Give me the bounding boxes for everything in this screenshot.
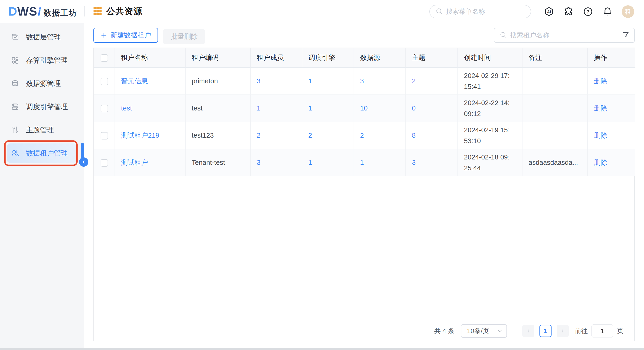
batch-delete-label: 批量删除	[170, 32, 198, 41]
tenant-search-box[interactable]	[494, 28, 635, 43]
tenant-name-link[interactable]: 测试租户	[121, 159, 148, 166]
main-content: 新建数据租户 批量删除	[84, 23, 644, 350]
delete-link[interactable]: 删除	[594, 104, 607, 112]
sidebar-item-6[interactable]: 数据租户管理	[7, 143, 76, 163]
sidebar-item-label: 调度引擎管理	[26, 102, 68, 112]
sidebar-item-3[interactable]: 数据源管理	[0, 72, 84, 95]
sidebar-item-label: 存算引擎管理	[26, 56, 68, 65]
goto-page: 前往 页	[575, 325, 624, 338]
sidebar-collapse-button[interactable]	[79, 157, 88, 167]
datasources-count-link[interactable]: 10	[360, 104, 368, 112]
engines-count-link[interactable]: 2	[308, 132, 312, 139]
datasources-count-link[interactable]: 2	[360, 132, 364, 139]
delete-link[interactable]: 删除	[594, 132, 607, 139]
members-count-link[interactable]: 3	[257, 77, 260, 85]
tenant-name-link[interactable]: 普元信息	[121, 77, 148, 85]
app-module[interactable]: 公共资源	[92, 5, 143, 17]
datasources-count-link[interactable]: 1	[360, 159, 364, 166]
datasources-count-link[interactable]: 3	[360, 77, 364, 85]
row-checkbox[interactable]	[100, 132, 108, 139]
page-size-value: 10条/页	[467, 327, 489, 335]
top-header: D WS i 数据工坊 公共资源	[0, 0, 644, 23]
goto-page-input[interactable]	[592, 325, 613, 338]
row-checkbox[interactable]	[100, 78, 108, 85]
help-icon[interactable]: ?	[583, 6, 593, 17]
users-icon	[11, 149, 20, 158]
plugin-icon[interactable]	[563, 6, 574, 17]
column-header: 租户名称	[115, 48, 186, 67]
select-all-checkbox[interactable]	[100, 54, 108, 62]
members-count-link[interactable]: 3	[257, 159, 260, 166]
created-time-cell: 2024-02-18 09:25:44	[458, 149, 522, 176]
column-header: 数据源	[354, 48, 406, 67]
column-header: 备注	[522, 48, 588, 67]
topics-count-link[interactable]: 0	[412, 104, 416, 112]
delete-link[interactable]: 删除	[594, 159, 607, 166]
tenant-table-body: 普元信息primeton31322024-02-29 17:15:41删除tes…	[94, 67, 636, 176]
row-checkbox[interactable]	[100, 159, 108, 167]
header-divider	[84, 6, 84, 16]
tenant-name-link[interactable]: test	[121, 104, 132, 112]
tenant-code-cell: test	[186, 95, 250, 122]
total-count: 共 4 条	[434, 327, 454, 335]
engines-count-link[interactable]: 1	[308, 159, 312, 166]
menu-search-box[interactable]	[429, 5, 531, 18]
menu-search-input[interactable]	[446, 8, 528, 15]
prev-page-button[interactable]	[522, 325, 534, 337]
batch-delete-button[interactable]: 批量删除	[163, 29, 205, 44]
sidebar-item-4[interactable]: 调度引擎管理	[0, 95, 84, 118]
pagination-bar: 共 4 条 10条/页 1	[94, 321, 634, 341]
toolbar: 新建数据租户 批量删除	[94, 28, 635, 43]
create-tenant-button[interactable]: 新建数据租户	[94, 28, 158, 43]
sidebar-item-5[interactable]: 主题管理	[0, 118, 84, 142]
sidebar-item-2[interactable]: 存算引擎管理	[0, 49, 84, 72]
topics-count-link[interactable]: 3	[412, 159, 416, 166]
app-root: D WS i 数据工坊 公共资源	[0, 0, 644, 350]
tenant-table: 租户名称租户编码租户成员调度引擎数据源主题创建时间备注操作 普元信息primet…	[94, 48, 636, 176]
page-size-select[interactable]: 10条/页	[461, 324, 507, 338]
tenant-search-input[interactable]	[510, 31, 618, 39]
svg-text:AI: AI	[547, 10, 551, 14]
topics-count-link[interactable]: 2	[412, 77, 416, 85]
tenant-code-cell: test123	[186, 122, 250, 149]
sidebar-item-label: 数据源管理	[26, 79, 61, 88]
search-icon	[500, 31, 507, 39]
header-icon-group: AI ? 租	[544, 0, 634, 23]
members-count-link[interactable]: 1	[257, 104, 260, 112]
pager: 1	[522, 325, 569, 337]
avatar[interactable]: 租	[622, 5, 634, 18]
engines-count-link[interactable]: 1	[308, 104, 312, 112]
sidebar-menu: 数据层管理存算引擎管理数据源管理调度引擎管理主题管理数据租户管理	[0, 23, 84, 163]
server-icon	[11, 102, 20, 111]
engines-count-link[interactable]: 1	[308, 77, 312, 85]
column-header: 租户编码	[186, 48, 250, 67]
search-icon	[435, 7, 443, 16]
ai-icon[interactable]: AI	[544, 6, 554, 17]
sidebar-item-1[interactable]: 数据层管理	[0, 25, 84, 49]
table-empty-space	[94, 176, 634, 321]
created-time-cell: 2024-02-19 15:53:10	[458, 122, 522, 149]
database-icon	[11, 79, 20, 88]
chevron-down-icon	[497, 328, 503, 334]
delete-link[interactable]: 删除	[594, 77, 607, 85]
notification-icon[interactable]	[602, 6, 613, 17]
next-page-button[interactable]	[557, 325, 569, 337]
tenant-name-link[interactable]: 测试租户219	[121, 132, 159, 139]
current-page-button[interactable]: 1	[540, 325, 552, 337]
remark-cell	[522, 122, 588, 149]
table-row: 普元信息primeton31322024-02-29 17:15:41删除	[94, 67, 636, 95]
remark-cell	[522, 67, 588, 95]
chevron-left-icon	[526, 329, 531, 334]
tools-icon	[11, 126, 20, 134]
topics-count-link[interactable]: 8	[412, 132, 416, 139]
column-header: 操作	[588, 48, 636, 67]
remark-cell	[522, 95, 588, 122]
column-header: 主题	[406, 48, 458, 67]
members-count-link[interactable]: 2	[257, 132, 260, 139]
row-checkbox[interactable]	[100, 105, 108, 112]
filter-icon[interactable]	[622, 31, 630, 40]
remark-cell: asdaasdaasda...	[522, 149, 588, 176]
tenant-code-cell: primeton	[186, 67, 250, 95]
column-header: 租户成员	[250, 48, 302, 67]
sidebar-item-label: 数据租户管理	[26, 149, 68, 158]
